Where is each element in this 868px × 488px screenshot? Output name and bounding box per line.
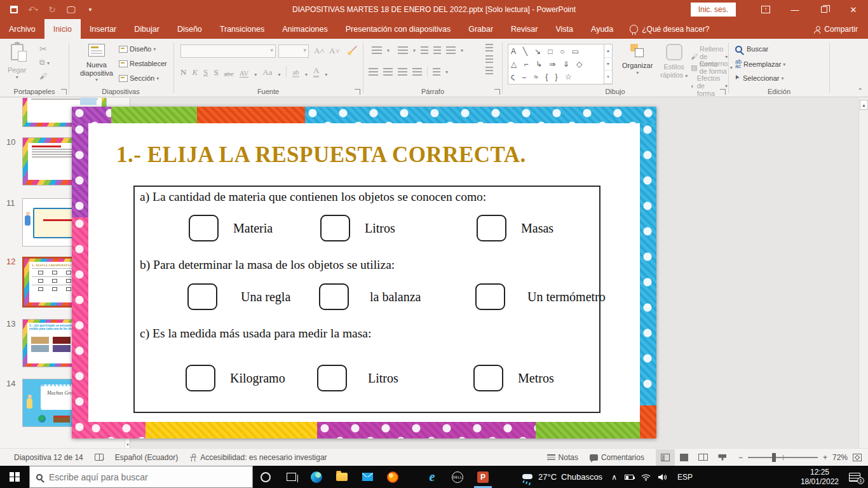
- firefox-icon[interactable]: [380, 466, 405, 488]
- tab-vista[interactable]: Vista: [546, 19, 582, 39]
- new-slide-button[interactable]: Nueva diapositiva ▾: [74, 44, 119, 83]
- increase-indent-icon[interactable]: [433, 46, 441, 54]
- language-status[interactable]: Español (Ecuador): [115, 453, 178, 462]
- align-right-icon[interactable]: [398, 68, 407, 76]
- checkbox-masas[interactable]: [477, 215, 506, 241]
- language-indicator[interactable]: ESP: [671, 473, 699, 482]
- arrange-button[interactable]: Organizar ▾: [622, 44, 653, 76]
- checkbox-materia[interactable]: [189, 215, 219, 241]
- quick-styles-button[interactable]: Estilos rápidos ▾: [660, 44, 688, 79]
- tab-archivo[interactable]: Archivo: [0, 19, 44, 39]
- italic-icon[interactable]: K: [192, 67, 198, 78]
- tab-presentacion[interactable]: Presentación con diapositivas: [337, 19, 459, 39]
- align-center-icon[interactable]: [383, 68, 393, 76]
- bullets-icon[interactable]: [372, 46, 382, 54]
- editor-scrollbar[interactable]: ▲: [858, 98, 868, 448]
- tab-dibujar[interactable]: Dibujar: [125, 19, 168, 39]
- tab-revisar[interactable]: Revisar: [502, 19, 546, 39]
- slide-canvas[interactable]: 1.- ELIJA LA RESPUESTA CORRECTA. a) La c…: [72, 107, 656, 438]
- numbering-icon[interactable]: [398, 46, 408, 54]
- slide-sorter-view-button[interactable]: [675, 449, 694, 466]
- sign-in-button[interactable]: Inic. ses.: [691, 3, 736, 17]
- checkbox-litros-a[interactable]: [320, 215, 350, 241]
- font-size-combobox[interactable]: [278, 44, 309, 58]
- paragraph-dialog-launcher[interactable]: [494, 89, 500, 95]
- start-slideshow-icon[interactable]: 🖵: [66, 4, 76, 15]
- internet-explorer-icon[interactable]: e: [419, 466, 445, 488]
- fit-slide-button[interactable]: [853, 454, 862, 461]
- mail-icon[interactable]: [355, 466, 380, 488]
- ribbon-display-options-button[interactable]: ↑: [751, 0, 780, 19]
- tab-diseno[interactable]: Diseño: [168, 19, 211, 39]
- comments-button[interactable]: Comentarios: [590, 453, 644, 462]
- reading-view-button[interactable]: [694, 449, 713, 466]
- start-button[interactable]: [0, 466, 29, 488]
- checkbox-metros[interactable]: [473, 365, 503, 391]
- zoom-level[interactable]: 72%: [832, 453, 848, 462]
- cut-icon[interactable]: ✂: [39, 44, 47, 54]
- slideshow-view-button[interactable]: [713, 449, 732, 466]
- search-input[interactable]: [49, 472, 227, 482]
- normal-view-button[interactable]: [656, 449, 675, 466]
- tab-animaciones[interactable]: Animaciones: [273, 19, 337, 39]
- file-explorer-icon[interactable]: [329, 466, 355, 488]
- question-box[interactable]: a) La cantidad de materia que contienen …: [133, 186, 600, 413]
- underline-icon[interactable]: S: [203, 67, 208, 78]
- shapes-gallery[interactable]: A ╲ ↘ □ ○ ▭ △ ⌐ ↳ ⇒ ⇓ ◇ ς ⌣ ≈ { } ☆: [508, 44, 604, 85]
- notes-button[interactable]: Notas: [547, 453, 578, 462]
- find-button[interactable]: Buscar: [735, 45, 768, 53]
- cortana-button[interactable]: [253, 466, 278, 488]
- tray-chevron-icon[interactable]: ∧: [607, 473, 621, 482]
- text-direction-icon[interactable]: [485, 44, 493, 51]
- shapes-gallery-scroll[interactable]: ▲▼▾: [604, 44, 613, 85]
- shape-outline-button[interactable]: ▨Contorno de forma▾: [691, 60, 733, 75]
- customize-qat-icon[interactable]: ▾: [85, 4, 95, 15]
- drawing-dialog-launcher[interactable]: [720, 89, 726, 95]
- minimize-button[interactable]: —: [780, 0, 810, 19]
- slide-title[interactable]: 1.- ELIJA LA RESPUESTA CORRECTA.: [116, 142, 599, 168]
- save-icon[interactable]: [9, 4, 19, 15]
- spellcheck-icon[interactable]: [95, 454, 104, 461]
- section-button[interactable]: Sección▾: [119, 74, 159, 82]
- decrease-indent-icon[interactable]: [421, 46, 428, 54]
- tab-ayuda[interactable]: Ayuda: [582, 19, 622, 39]
- tab-inicio[interactable]: Inicio: [44, 19, 81, 39]
- font-color-icon[interactable]: A: [313, 65, 319, 78]
- zoom-in-button[interactable]: +: [823, 453, 827, 462]
- smartart-icon[interactable]: [485, 67, 493, 74]
- format-painter-icon[interactable]: 🖌: [39, 72, 47, 81]
- clipboard-dialog-launcher[interactable]: [61, 89, 67, 95]
- reset-slide-button[interactable]: Restablecer: [119, 60, 167, 67]
- align-left-icon[interactable]: [369, 68, 378, 76]
- tab-transiciones[interactable]: Transiciones: [211, 19, 273, 39]
- battery-icon[interactable]: [621, 475, 637, 480]
- checkbox-una-regla[interactable]: [187, 283, 217, 310]
- powerpoint-taskbar-icon[interactable]: P: [470, 466, 496, 488]
- undo-icon[interactable]: ↶▾: [28, 4, 38, 15]
- shrink-font-icon[interactable]: A˅: [329, 46, 340, 56]
- taskbar-search[interactable]: [29, 466, 253, 488]
- paste-button[interactable]: Pegar ▾: [8, 44, 26, 80]
- font-dialog-launcher[interactable]: [355, 89, 360, 95]
- bold-icon[interactable]: N: [180, 67, 186, 78]
- share-button[interactable]: Compartir: [804, 19, 868, 39]
- wifi-icon[interactable]: [637, 473, 654, 481]
- columns-icon[interactable]: [433, 68, 440, 76]
- action-center-icon[interactable]: 1: [849, 473, 860, 482]
- zoom-out-button[interactable]: −: [738, 453, 743, 462]
- copy-icon[interactable]: ⧉ ▾: [39, 58, 50, 67]
- select-button[interactable]: Seleccionar▾: [735, 74, 784, 82]
- taskbar-clock[interactable]: 12:25 18/01/2022: [794, 468, 845, 487]
- text-shadow-icon[interactable]: S: [214, 67, 218, 78]
- font-name-combobox[interactable]: [180, 44, 276, 58]
- collapse-ribbon-icon[interactable]: ⌃: [858, 87, 863, 94]
- edge-icon[interactable]: [304, 466, 329, 488]
- checkbox-litros-c[interactable]: [317, 365, 347, 391]
- tab-insertar[interactable]: Insertar: [81, 19, 125, 39]
- close-button[interactable]: ✕: [839, 0, 868, 19]
- checkbox-kilogramo[interactable]: [186, 365, 215, 391]
- justify-icon[interactable]: [412, 68, 422, 76]
- line-spacing-icon[interactable]: [446, 46, 456, 54]
- align-text-icon[interactable]: [485, 55, 493, 63]
- change-case-icon[interactable]: Aa: [262, 67, 272, 78]
